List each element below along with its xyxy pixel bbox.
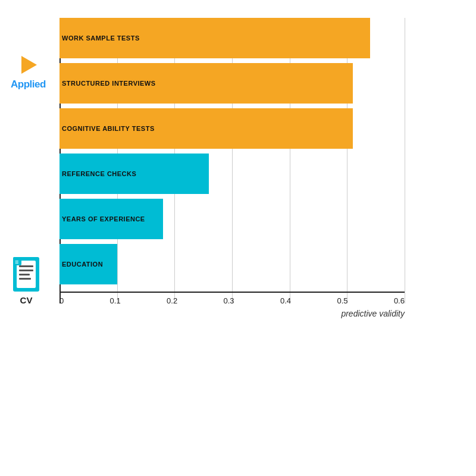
- tick-label-3: 0.3: [224, 296, 234, 305]
- cv-logo: ≡ CV: [11, 256, 42, 305]
- bar-row-3: REFERENCE CHECKS: [60, 154, 405, 194]
- tick-label-0: 0: [60, 296, 64, 305]
- cv-label: CV: [20, 295, 33, 305]
- bar-label-2: COGNITIVE ABILITY TESTS: [62, 125, 155, 132]
- tick-label-1: 0.1: [110, 296, 121, 305]
- bar-row-5: EDUCATION: [60, 244, 405, 284]
- tick-label-5: 0.5: [337, 296, 347, 305]
- svg-rect-5: [19, 274, 30, 275]
- bars-container: WORK SAMPLE TESTSSTRUCTURED INTERVIEWSCO…: [60, 18, 405, 289]
- applied-label: Applied: [11, 79, 46, 90]
- svg-rect-3: [19, 265, 33, 267]
- x-axis-label: predictive validity: [60, 309, 405, 318]
- bar-row-1: STRUCTURED INTERVIEWS: [60, 63, 405, 104]
- page-container: Applied ≡ CV WORK SAMPLE TESTSSTRUCTU: [0, 0, 476, 476]
- tick-label-4: 0.4: [280, 296, 291, 305]
- svg-rect-4: [19, 270, 33, 271]
- play-icon: [17, 54, 39, 76]
- chart-wrapper: WORK SAMPLE TESTSSTRUCTURED INTERVIEWSCO…: [60, 18, 405, 351]
- tick-labels: 00.10.20.30.40.50.6: [60, 293, 405, 305]
- bar-label-0: WORK SAMPLE TESTS: [62, 35, 140, 42]
- bar-row-0: WORK SAMPLE TESTS: [60, 18, 405, 58]
- tick-label-2: 0.2: [167, 296, 177, 305]
- bar-label-3: REFERENCE CHECKS: [62, 170, 136, 177]
- bar-label-1: STRUCTURED INTERVIEWS: [62, 80, 156, 87]
- tick-label-6: 0.6: [394, 296, 405, 305]
- cv-document-icon: ≡: [11, 256, 42, 293]
- grid-line-6: [405, 18, 405, 303]
- bar-label-4: YEARS OF EXPERIENCE: [62, 215, 145, 223]
- bar-label-5: EDUCATION: [62, 261, 103, 268]
- bar-row-4: YEARS OF EXPERIENCE: [60, 199, 405, 239]
- svg-rect-6: [19, 278, 31, 280]
- svg-text:≡: ≡: [15, 258, 18, 265]
- bar-row-2: COGNITIVE ABILITY TESTS: [60, 108, 405, 149]
- svg-marker-0: [21, 56, 37, 74]
- x-axis: 00.10.20.30.40.50.6 predictive validity: [60, 292, 405, 327]
- applied-logo: Applied: [11, 54, 46, 90]
